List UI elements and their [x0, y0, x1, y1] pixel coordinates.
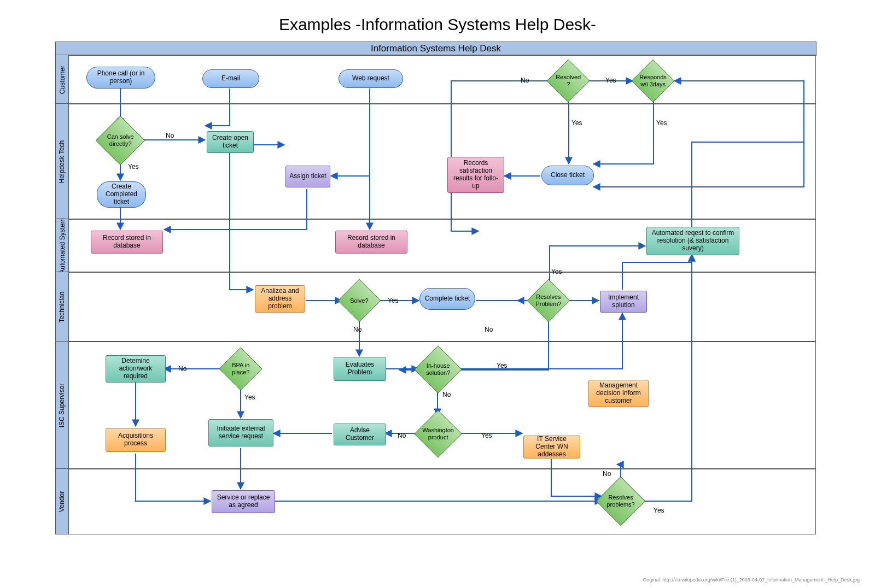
label-no: No: [442, 391, 451, 398]
label-yes: Yes: [128, 163, 139, 170]
node-satisfaction: Records satisfaction results for follo- …: [447, 157, 504, 193]
label-yes: Yes: [654, 507, 664, 514]
node-advise: Advise Customer: [334, 424, 386, 445]
label-yes: Yes: [551, 268, 562, 275]
node-close-ticket: Close ticket: [541, 166, 594, 185]
label-no: No: [353, 326, 361, 333]
node-phone-call: Phone call (or in person): [86, 67, 155, 89]
node-acquisitions: Acquisitions process: [106, 428, 166, 452]
node-complete-ticket: Complete ticket: [419, 288, 475, 310]
label-no: No: [178, 365, 186, 373]
node-wn-addesses: IT Service Center WN addesses: [523, 436, 580, 458]
node-implement: Implement splution: [600, 291, 647, 313]
label-no: No: [485, 326, 493, 333]
node-mgmt-decision: Management decision Inform customer: [588, 380, 649, 407]
node-analyze: Analizea and address problem: [255, 285, 305, 313]
node-evaluate: Evaluates Problem: [334, 357, 386, 381]
footnote: Original: http://en.wikipedia.org/wiki/F…: [643, 577, 860, 583]
node-assign-ticket: Assign ticket: [285, 166, 330, 187]
label-no: No: [603, 470, 611, 478]
label-yes: Yes: [244, 393, 255, 401]
node-store-1: Record stored in database: [91, 231, 163, 254]
node-completed-ticket: Create Completed ticket: [97, 181, 146, 208]
node-auto-request: Automated reqest to confirm resolution (…: [646, 227, 739, 255]
node-determine: Detemine action/work required: [106, 355, 166, 383]
label-yes: Yes: [656, 119, 667, 127]
label-yes: Yes: [497, 362, 508, 369]
node-initiate-external: Initiaate external service request: [208, 419, 273, 446]
node-open-ticket: Create open ticket: [207, 131, 254, 153]
node-email: E-mail: [202, 69, 259, 88]
label-no: No: [398, 432, 406, 439]
label-yes: Yes: [571, 119, 582, 127]
label-no: No: [166, 132, 174, 139]
node-service-replace: Service or replace as agreed: [212, 490, 275, 513]
diagram-page: Examples -Information Systems Help Desk-…: [0, 0, 875, 588]
node-web-request: Web request: [339, 69, 403, 88]
node-store-2: Record stored in database: [335, 231, 407, 254]
label-no: No: [521, 77, 529, 84]
label-yes: Yes: [481, 432, 492, 439]
label-yes: Yes: [388, 297, 399, 304]
label-yes: Yes: [605, 77, 616, 84]
